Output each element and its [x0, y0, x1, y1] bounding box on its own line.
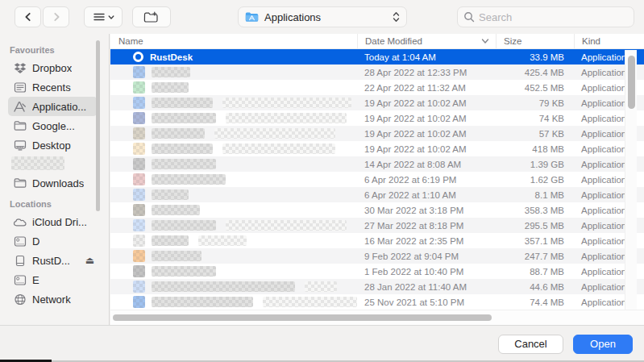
redacted-file-name — [152, 128, 205, 139]
file-row-redacted[interactable]: 28 Apr 2022 at 12:33 PM 425.4 MB Applica… — [110, 64, 644, 80]
file-date-modified: 6 Apr 2022 at 1:10 AM — [357, 187, 496, 202]
file-row-redacted[interactable]: 9 Feb 2022 at 9:04 PM 247.7 MB Applicati… — [110, 248, 644, 264]
cancel-button[interactable]: Cancel — [498, 335, 563, 354]
column-header-size[interactable]: Size — [496, 34, 574, 48]
network-icon — [13, 293, 27, 306]
file-size: 418 MB — [496, 141, 574, 156]
file-row-redacted[interactable]: 19 Apr 2022 at 10:02 AM 79 KB Applicatio… — [110, 95, 644, 110]
list-header: Name Date Modified Size Kind — [110, 34, 644, 49]
file-date-modified: 16 Mar 2022 at 2:35 PM — [357, 233, 496, 248]
file-size: 452.5 MB — [496, 80, 574, 95]
file-row-redacted[interactable]: 1 Feb 2022 at 10:40 PM 88.7 MB Applicati… — [110, 264, 644, 279]
file-row-redacted[interactable]: 19 Apr 2022 at 10:02 AM 418 MB Applicati… — [110, 141, 644, 156]
file-icon — [133, 143, 145, 155]
redacted-file-name-extra — [198, 235, 247, 246]
open-button[interactable]: Open — [573, 335, 633, 354]
open-dialog-window: Applications Favourites Dropbox Recents … — [0, 0, 644, 362]
sidebar-item-network[interactable]: Network — [8, 289, 98, 309]
sidebar-item-downloads[interactable]: Downloads — [8, 173, 98, 193]
redacted-file-name-extra — [263, 297, 357, 307]
column-header-date-modified[interactable]: Date Modified — [357, 34, 496, 48]
sidebar-item-dropbox[interactable]: Dropbox — [8, 58, 98, 77]
sidebar-item-desktop[interactable]: Desktop — [8, 135, 98, 155]
file-icon — [133, 97, 145, 109]
sidebar-item-redacted[interactable] — [11, 156, 64, 170]
file-list-panel: Name Date Modified Size Kind RustDesk To… — [110, 34, 644, 325]
location-dropdown-value: Applications — [264, 11, 387, 23]
sidebar-item-e[interactable]: E — [8, 270, 98, 289]
redacted-file-name-extra — [226, 220, 347, 231]
file-row-redacted[interactable]: 14 Apr 2022 at 8:08 AM 1.39 GB Applicati… — [110, 156, 644, 172]
file-size: 74.4 MB — [496, 294, 574, 310]
view-options-button[interactable] — [84, 6, 123, 27]
toolbar: Applications — [0, 0, 644, 34]
file-date-modified: Today at 1:04 AM — [357, 49, 496, 64]
file-size: 358.3 MB — [496, 202, 574, 218]
file-icon — [133, 296, 145, 308]
file-row-redacted[interactable]: 6 Apr 2022 at 1:10 AM 8.1 MB Application — [110, 187, 644, 202]
location-dropdown[interactable]: Applications — [238, 6, 407, 27]
file-size: 57 KB — [496, 126, 574, 141]
redacted-file-name-extra — [222, 98, 351, 108]
file-date-modified: 27 Mar 2022 at 8:18 PM — [357, 218, 496, 233]
sidebar-item-applicatio[interactable]: Applicatio... — [8, 97, 98, 116]
redacted-file-name — [152, 297, 253, 307]
folder-icon — [13, 120, 27, 131]
folder-icon — [13, 177, 27, 189]
vertical-scrollbar-track[interactable] — [625, 50, 637, 310]
search-field[interactable] — [457, 6, 634, 27]
rustdesk-app-icon — [133, 52, 143, 62]
sidebar-section-label: Locations — [10, 199, 109, 209]
file-icon — [133, 173, 145, 185]
file-row-redacted[interactable]: 28 Jan 2022 at 11:40 AM 44.6 MB Applicat… — [110, 279, 644, 294]
redacted-file-name-extra — [305, 281, 337, 292]
forward-button[interactable] — [43, 6, 69, 27]
redacted-file-name — [152, 82, 189, 93]
horizontal-scrollbar-track[interactable] — [110, 310, 644, 325]
file-size: 357.1 MB — [496, 233, 574, 248]
search-input[interactable] — [479, 11, 628, 23]
applications-icon — [13, 101, 27, 113]
redacted-file-name — [152, 220, 216, 231]
file-size: 8.1 MB — [496, 187, 574, 202]
sidebar-item-rustd[interactable]: RustD... ⏏ — [8, 251, 98, 270]
file-row-rustdesk[interactable]: RustDesk Today at 1:04 AM 33.9 MB Applic… — [110, 49, 644, 64]
file-size: 44.6 MB — [496, 279, 574, 294]
file-row-redacted[interactable]: 19 Apr 2022 at 10:02 AM 74 KB Applicatio… — [110, 110, 644, 126]
sidebar-item-recents[interactable]: Recents — [8, 77, 98, 97]
file-date-modified: 19 Apr 2022 at 10:02 AM — [357, 126, 496, 141]
file-date-modified: 28 Apr 2022 at 12:33 PM — [357, 64, 496, 80]
horizontal-scrollbar-thumb[interactable] — [113, 314, 492, 321]
file-row-redacted[interactable]: 22 Apr 2022 at 11:32 AM 452.5 MB Applica… — [110, 80, 644, 95]
file-row-redacted[interactable]: 6 Apr 2022 at 6:19 PM 1.62 GB Applicatio… — [110, 172, 644, 187]
file-size: 1.62 GB — [496, 172, 574, 187]
redacted-file-name — [152, 113, 216, 123]
sidebar-scrollbar[interactable] — [96, 40, 100, 211]
file-date-modified: 19 Apr 2022 at 10:02 AM — [357, 95, 496, 110]
file-icon — [133, 189, 145, 201]
sidebar-item-google[interactable]: Google... — [8, 116, 98, 135]
column-header-kind[interactable]: Kind — [574, 34, 644, 48]
redacted-file-name-extra — [226, 113, 347, 123]
redacted-file-name-extra — [222, 144, 335, 154]
redacted-file-name-extra — [214, 128, 335, 139]
file-row-redacted[interactable]: 27 Mar 2022 at 8:18 PM 295.5 MB Applicat… — [110, 218, 644, 233]
chevron-down-icon — [108, 11, 114, 23]
eject-icon[interactable]: ⏏ — [85, 255, 94, 266]
redacted-file-name — [152, 98, 213, 108]
vertical-scrollbar-thumb[interactable] — [628, 56, 635, 109]
new-folder-button[interactable] — [132, 6, 171, 27]
file-size: 88.7 MB — [496, 264, 574, 279]
harddrive-icon — [13, 235, 27, 248]
file-row-redacted[interactable]: 25 Nov 2021 at 5:10 PM 74.4 MB Applicati… — [110, 294, 644, 310]
file-icon — [133, 66, 145, 78]
file-row-redacted[interactable]: 30 Mar 2022 at 3:18 PM 358.3 MB Applicat… — [110, 202, 644, 218]
back-button[interactable] — [15, 6, 41, 27]
sidebar-item-d[interactable]: D — [8, 231, 98, 251]
file-icon — [133, 127, 145, 139]
file-row-redacted[interactable]: 16 Mar 2022 at 2:35 PM 357.1 MB Applicat… — [110, 233, 644, 248]
file-row-redacted[interactable]: 19 Apr 2022 at 10:02 AM 57 KB Applicatio… — [110, 126, 644, 141]
chevron-left-icon — [23, 11, 34, 23]
sidebar-item-iclouddri[interactable]: iCloud Dri... — [8, 212, 98, 231]
column-header-name[interactable]: Name — [110, 34, 357, 48]
